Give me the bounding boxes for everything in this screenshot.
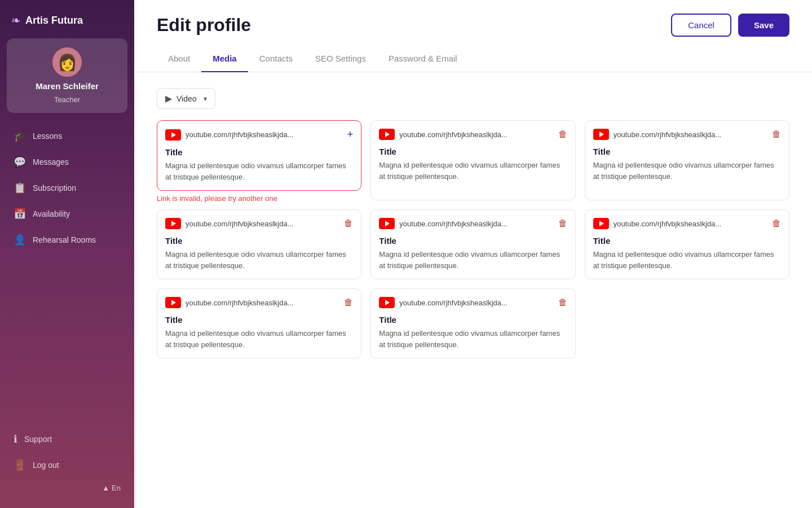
header-actions: Cancel Save xyxy=(671,14,789,37)
delete-button[interactable]: 🗑 xyxy=(772,218,781,229)
sidebar: ❧ Artis Futura 👩 Maren Schleifer Teacher… xyxy=(0,0,134,508)
youtube-icon xyxy=(379,218,395,229)
content-area: ▶ Video ▾ youtube.com/rjhfvbjksheaslkjda… xyxy=(134,72,812,508)
video-card: youtube.com/rjhfvbjksheaslkjda... 🗑 Titl… xyxy=(370,120,575,200)
card-url: youtube.com/rjhfvbjksheaslkjda... xyxy=(379,218,558,229)
card-title: Title xyxy=(165,147,353,157)
card-actions: + xyxy=(347,129,354,141)
tab-contacts[interactable]: Contacts xyxy=(248,46,304,72)
availability-icon: 📅 xyxy=(14,208,26,220)
video-grid: youtube.com/rjhfvbjksheaslkjda... + Titl… xyxy=(157,120,789,358)
card-description: Magna id pellentesque odio vivamus ullam… xyxy=(379,160,567,182)
card-description: Magna id pellentesque odio vivamus ullam… xyxy=(165,160,353,182)
youtube-icon xyxy=(165,297,181,308)
sidebar-item-subscription[interactable]: 📋 Subscription xyxy=(7,176,127,200)
card-header: youtube.com/rjhfvbjksheaslkjda... 🗑 xyxy=(165,297,353,308)
cancel-button[interactable]: Cancel xyxy=(671,14,731,37)
tab-password[interactable]: Password & Email xyxy=(377,46,469,72)
sidebar-item-label: Messages xyxy=(33,157,69,167)
card-description: Magna id pellentesque odio vivamus ullam… xyxy=(165,249,353,271)
sidebar-item-lessons[interactable]: 🎓 Lessons xyxy=(7,124,127,148)
page-title: Edit profile xyxy=(157,15,251,36)
video-card: youtube.com/rjhfvbjksheaslkjda... 🗑 Titl… xyxy=(585,209,789,279)
sidebar-item-availability[interactable]: 📅 Availability xyxy=(7,202,127,226)
sidebar-item-logout[interactable]: 🚪 Log out xyxy=(7,453,127,477)
video-card: youtube.com/rjhfvbjksheaslkjda... 🗑 Titl… xyxy=(157,288,361,358)
card-url: youtube.com/rjhfvbjksheaslkjda... xyxy=(165,218,344,229)
sidebar-item-label: Subscription xyxy=(33,183,76,192)
card-header: youtube.com/rjhfvbjksheaslkjda... 🗑 xyxy=(379,129,567,140)
rehearsal-rooms-icon: 👤 xyxy=(14,234,26,246)
sidebar-item-messages[interactable]: 💬 Messages xyxy=(7,150,127,174)
video-card: youtube.com/rjhfvbjksheaslkjda... + Titl… xyxy=(157,120,361,200)
subscription-icon: 📋 xyxy=(14,182,26,194)
video-play-icon: ▶ xyxy=(165,93,172,104)
avatar: 👩 xyxy=(52,47,82,77)
language-label: En xyxy=(112,484,121,492)
card-header: youtube.com/rjhfvbjksheaslkjda... 🗑 xyxy=(379,297,567,308)
video-card-inner: youtube.com/rjhfvbjksheaslkjda... + Titl… xyxy=(157,120,361,191)
delete-button[interactable]: 🗑 xyxy=(558,297,567,308)
card-actions: 🗑 xyxy=(772,218,781,229)
tab-about[interactable]: About xyxy=(157,46,201,72)
card-description: Magna id pellentesque odio vivamus ullam… xyxy=(593,249,781,271)
url-text: youtube.com/rjhfvbjksheaslkjda... xyxy=(186,130,293,139)
youtube-icon xyxy=(379,129,395,140)
sidebar-item-support[interactable]: ℹ Support xyxy=(7,427,127,451)
sidebar-item-label: Rehearsal Rooms xyxy=(33,235,96,244)
card-description: Magna id pellentesque odio vivamus ullam… xyxy=(593,160,781,182)
card-title: Title xyxy=(379,315,567,325)
card-url: youtube.com/rjhfvbjksheaslkjda... xyxy=(165,129,347,141)
delete-button[interactable]: 🗑 xyxy=(558,218,567,229)
url-text: youtube.com/rjhfvbjksheaslkjda... xyxy=(399,220,507,228)
logo-text: Artis Futura xyxy=(25,15,83,27)
delete-button[interactable]: 🗑 xyxy=(772,129,781,139)
error-message: Link is invalid, please try another one xyxy=(157,194,361,203)
video-type-dropdown[interactable]: ▶ Video ▾ xyxy=(157,88,215,109)
sidebar-item-rehearsal-rooms[interactable]: 👤 Rehearsal Rooms xyxy=(7,228,127,252)
delete-button[interactable]: 🗑 xyxy=(344,218,353,229)
logo-icon: ❧ xyxy=(11,14,21,27)
language-selector[interactable]: ▲ En xyxy=(7,479,127,497)
tabs-bar: About Media Contacts SEO Settings Passwo… xyxy=(134,46,812,72)
video-card: youtube.com/rjhfvbjksheaslkjda... 🗑 Titl… xyxy=(370,209,575,279)
card-actions: 🗑 xyxy=(344,218,353,229)
card-title: Title xyxy=(593,147,781,156)
sidebar-item-label: Support xyxy=(24,435,52,444)
youtube-icon xyxy=(379,297,395,308)
url-text: youtube.com/rjhfvbjksheaslkjda... xyxy=(399,130,507,139)
card-header: youtube.com/rjhfvbjksheaslkjda... 🗑 xyxy=(379,218,567,229)
sidebar-logo: ❧ Artis Futura xyxy=(0,0,134,38)
url-text: youtube.com/rjhfvbjksheaslkjda... xyxy=(186,220,293,228)
dropdown-label: Video xyxy=(176,94,197,103)
url-text: youtube.com/rjhfvbjksheaslkjda... xyxy=(399,299,507,307)
lessons-icon: 🎓 xyxy=(14,130,26,142)
delete-button[interactable]: 🗑 xyxy=(558,129,567,139)
card-url: youtube.com/rjhfvbjksheaslkjda... xyxy=(593,129,772,140)
support-icon: ℹ xyxy=(14,433,17,445)
tab-media[interactable]: Media xyxy=(201,46,248,72)
profile-role: Teacher xyxy=(54,95,80,104)
add-button[interactable]: + xyxy=(347,129,354,141)
url-text: youtube.com/rjhfvbjksheaslkjda... xyxy=(614,130,721,139)
chevron-down-icon: ▾ xyxy=(204,95,207,103)
card-title: Title xyxy=(379,236,567,246)
delete-button[interactable]: 🗑 xyxy=(344,297,353,308)
page-header: Edit profile Cancel Save xyxy=(134,0,812,37)
save-button[interactable]: Save xyxy=(738,14,789,37)
messages-icon: 💬 xyxy=(14,156,26,168)
card-description: Magna id pellentesque odio vivamus ullam… xyxy=(379,249,567,271)
tab-seo[interactable]: SEO Settings xyxy=(304,46,377,72)
main-content: Edit profile Cancel Save About Media Con… xyxy=(134,0,812,508)
card-url: youtube.com/rjhfvbjksheaslkjda... xyxy=(379,297,558,308)
card-actions: 🗑 xyxy=(558,129,567,139)
card-title: Title xyxy=(165,236,353,246)
card-actions: 🗑 xyxy=(558,297,567,308)
card-description: Magna id pellentesque odio vivamus ullam… xyxy=(379,328,567,350)
youtube-icon xyxy=(165,129,181,141)
card-url: youtube.com/rjhfvbjksheaslkjda... xyxy=(593,218,772,229)
card-header: youtube.com/rjhfvbjksheaslkjda... 🗑 xyxy=(165,218,353,229)
card-actions: 🗑 xyxy=(772,129,781,139)
youtube-icon xyxy=(165,218,181,229)
card-actions: 🗑 xyxy=(344,297,353,308)
